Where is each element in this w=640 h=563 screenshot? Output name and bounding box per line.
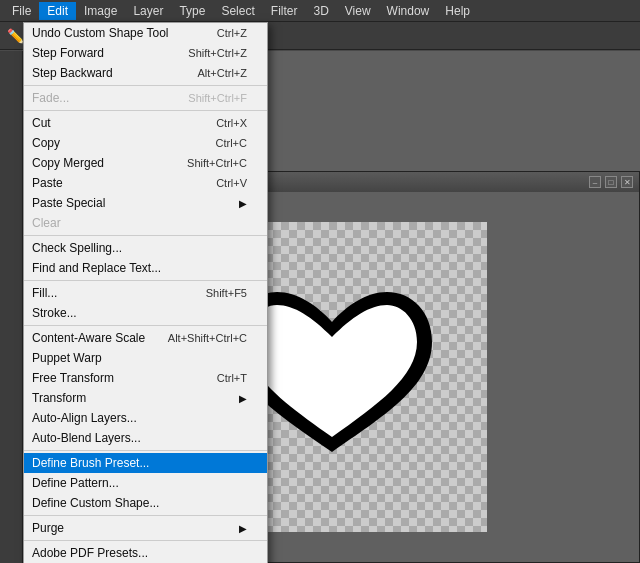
menu-fill[interactable]: Fill... Shift+F5: [24, 283, 267, 303]
menu-pdf-presets[interactable]: Adobe PDF Presets...: [24, 543, 267, 563]
menu-fade-label: Fade...: [32, 91, 188, 105]
sep-8: [24, 540, 267, 541]
menu-cut[interactable]: Cut Ctrl+X: [24, 113, 267, 133]
menu-define-brush[interactable]: Define Brush Preset...: [24, 453, 267, 473]
menu-copy-merged-shortcut: Shift+Ctrl+C: [187, 157, 247, 169]
menu-pdf-presets-label: Adobe PDF Presets...: [32, 546, 247, 560]
menu-paste-shortcut: Ctrl+V: [216, 177, 247, 189]
sep-3: [24, 235, 267, 236]
menu-select[interactable]: Select: [213, 2, 262, 20]
menu-help[interactable]: Help: [437, 2, 478, 20]
menu-transform-label: Transform: [32, 391, 239, 405]
menu-cut-label: Cut: [32, 116, 216, 130]
menu-transform[interactable]: Transform ▶: [24, 388, 267, 408]
sep-7: [24, 515, 267, 516]
left-panel: [0, 51, 23, 563]
purge-arrow: ▶: [239, 523, 247, 534]
menu-define-pattern[interactable]: Define Pattern...: [24, 473, 267, 493]
menu-paste-label: Paste: [32, 176, 216, 190]
menu-image[interactable]: Image: [76, 2, 125, 20]
menu-step-forward[interactable]: Step Forward Shift+Ctrl+Z: [24, 43, 267, 63]
sep-2: [24, 110, 267, 111]
tool-icon: ✏️: [6, 27, 24, 45]
menu-define-pattern-label: Define Pattern...: [32, 476, 247, 490]
menu-type[interactable]: Type: [171, 2, 213, 20]
menu-undo[interactable]: Undo Custom Shape Tool Ctrl+Z: [24, 23, 267, 43]
menu-paste-special-label: Paste Special: [32, 196, 239, 210]
menu-file[interactable]: File: [4, 2, 39, 20]
menu-bar: File Edit Image Layer Type Select Filter…: [0, 0, 640, 22]
menu-free-transform-shortcut: Ctrl+T: [217, 372, 247, 384]
menu-view[interactable]: View: [337, 2, 379, 20]
menu-step-forward-label: Step Forward: [32, 46, 188, 60]
menu-paste-special[interactable]: Paste Special ▶: [24, 193, 267, 213]
menu-copy-merged[interactable]: Copy Merged Shift+Ctrl+C: [24, 153, 267, 173]
sep-4: [24, 280, 267, 281]
minimize-button-main[interactable]: –: [589, 176, 601, 188]
transform-arrow: ▶: [239, 393, 247, 404]
menu-puppet-warp-label: Puppet Warp: [32, 351, 247, 365]
menu-step-forward-shortcut: Shift+Ctrl+Z: [188, 47, 247, 59]
menu-puppet-warp[interactable]: Puppet Warp: [24, 348, 267, 368]
menu-fill-shortcut: Shift+F5: [206, 287, 247, 299]
paste-special-arrow: ▶: [239, 198, 247, 209]
menu-find-replace-label: Find and Replace Text...: [32, 261, 247, 275]
sep-1: [24, 85, 267, 86]
menu-content-aware-scale[interactable]: Content-Aware Scale Alt+Shift+Ctrl+C: [24, 328, 267, 348]
menu-copy-merged-label: Copy Merged: [32, 156, 187, 170]
maximize-button-main[interactable]: □: [605, 176, 617, 188]
menu-fill-label: Fill...: [32, 286, 206, 300]
menu-3d[interactable]: 3D: [305, 2, 336, 20]
menu-check-spelling[interactable]: Check Spelling...: [24, 238, 267, 258]
menu-step-backward[interactable]: Step Backward Alt+Ctrl+Z: [24, 63, 267, 83]
menu-auto-blend-label: Auto-Blend Layers...: [32, 431, 247, 445]
menu-stroke[interactable]: Stroke...: [24, 303, 267, 323]
menu-layer[interactable]: Layer: [125, 2, 171, 20]
menu-purge[interactable]: Purge ▶: [24, 518, 267, 538]
menu-edit[interactable]: Edit: [39, 2, 76, 20]
menu-auto-align[interactable]: Auto-Align Layers...: [24, 408, 267, 428]
menu-content-aware-shortcut: Alt+Shift+Ctrl+C: [168, 332, 247, 344]
menu-clear[interactable]: Clear: [24, 213, 267, 233]
menu-free-transform[interactable]: Free Transform Ctrl+T: [24, 368, 267, 388]
menu-undo-label: Undo Custom Shape Tool: [32, 26, 217, 40]
close-button-main[interactable]: ✕: [621, 176, 633, 188]
menu-cut-shortcut: Ctrl+X: [216, 117, 247, 129]
menu-copy-shortcut: Ctrl+C: [216, 137, 247, 149]
menu-purge-label: Purge: [32, 521, 239, 535]
menu-window[interactable]: Window: [379, 2, 438, 20]
menu-content-aware-scale-label: Content-Aware Scale: [32, 331, 168, 345]
menu-step-backward-label: Step Backward: [32, 66, 197, 80]
sep-5: [24, 325, 267, 326]
menu-step-backward-shortcut: Alt+Ctrl+Z: [197, 67, 247, 79]
menu-copy[interactable]: Copy Ctrl+C: [24, 133, 267, 153]
menu-define-brush-label: Define Brush Preset...: [32, 456, 247, 470]
menu-stroke-label: Stroke...: [32, 306, 247, 320]
menu-free-transform-label: Free Transform: [32, 371, 217, 385]
menu-fade[interactable]: Fade... Shift+Ctrl+F: [24, 88, 267, 108]
menu-define-custom-shape[interactable]: Define Custom Shape...: [24, 493, 267, 513]
menu-fade-shortcut: Shift+Ctrl+F: [188, 92, 247, 104]
menu-check-spelling-label: Check Spelling...: [32, 241, 247, 255]
menu-undo-shortcut: Ctrl+Z: [217, 27, 247, 39]
sep-6: [24, 450, 267, 451]
menu-define-custom-shape-label: Define Custom Shape...: [32, 496, 247, 510]
edit-dropdown-menu: Undo Custom Shape Tool Ctrl+Z Step Forwa…: [23, 22, 268, 563]
menu-find-replace[interactable]: Find and Replace Text...: [24, 258, 267, 278]
menu-auto-blend[interactable]: Auto-Blend Layers...: [24, 428, 267, 448]
menu-paste[interactable]: Paste Ctrl+V: [24, 173, 267, 193]
menu-clear-label: Clear: [32, 216, 247, 230]
menu-auto-align-label: Auto-Align Layers...: [32, 411, 247, 425]
menu-copy-label: Copy: [32, 136, 216, 150]
menu-filter[interactable]: Filter: [263, 2, 306, 20]
